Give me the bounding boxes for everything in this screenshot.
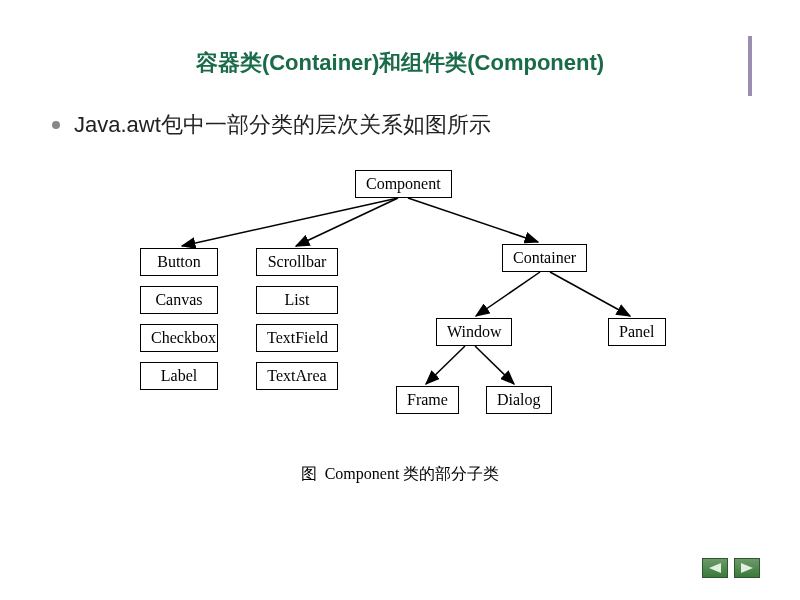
node-label: Label	[140, 362, 218, 390]
svg-marker-9	[741, 563, 753, 573]
node-scrollbar: Scrollbar	[256, 248, 338, 276]
nav-buttons	[702, 558, 760, 578]
svg-line-2	[296, 198, 398, 246]
node-textarea: TextArea	[256, 362, 338, 390]
svg-line-1	[182, 198, 398, 246]
svg-marker-8	[709, 563, 721, 573]
node-button: Button	[140, 248, 218, 276]
hierarchy-diagram: Component Button Canvas Checkbox Label S…	[110, 168, 690, 458]
triangle-left-icon	[709, 563, 721, 573]
svg-line-4	[476, 272, 540, 316]
bullet-text: Java.awt包中一部分类的层次关系如图所示	[74, 110, 491, 140]
triangle-right-icon	[741, 563, 753, 573]
page-title: 容器类(Container)和组件类(Component)	[0, 0, 800, 110]
node-list: List	[256, 286, 338, 314]
bullet-item: Java.awt包中一部分类的层次关系如图所示	[0, 110, 800, 140]
svg-line-6	[426, 346, 465, 384]
caption-text: Component 类的部分子类	[325, 465, 500, 482]
svg-line-7	[475, 346, 514, 384]
accent-bar	[748, 36, 752, 96]
node-container: Container	[502, 244, 587, 272]
node-component: Component	[355, 170, 452, 198]
svg-line-3	[408, 198, 538, 242]
prev-button[interactable]	[702, 558, 728, 578]
node-frame: Frame	[396, 386, 459, 414]
node-panel: Panel	[608, 318, 666, 346]
node-window: Window	[436, 318, 512, 346]
bullet-icon	[52, 121, 60, 129]
diagram-caption: 图 Component 类的部分子类	[0, 464, 800, 485]
next-button[interactable]	[734, 558, 760, 578]
caption-prefix: 图	[301, 465, 317, 482]
node-checkbox: Checkbox	[140, 324, 218, 352]
node-dialog: Dialog	[486, 386, 552, 414]
node-textfield: TextField	[256, 324, 338, 352]
node-canvas: Canvas	[140, 286, 218, 314]
svg-line-5	[550, 272, 630, 316]
